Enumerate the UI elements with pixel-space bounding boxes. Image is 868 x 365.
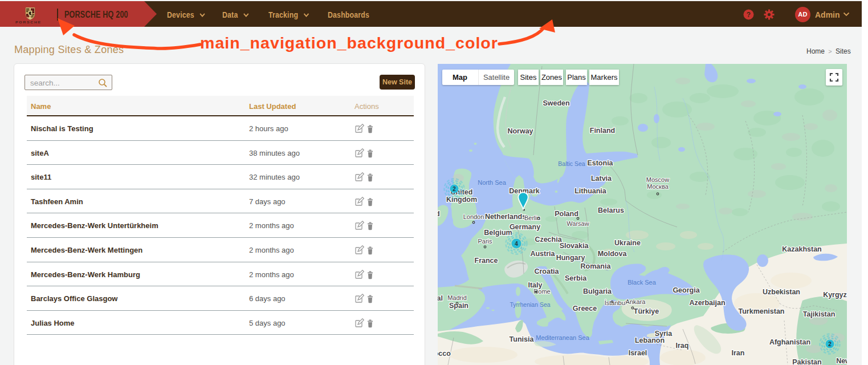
svg-text:Baltic Sea: Baltic Sea [558, 160, 585, 167]
svg-text:Netherlands: Netherlands [485, 213, 526, 221]
svg-text:Kyrgyzsta: Kyrgyzsta [823, 291, 847, 299]
svg-text:orocco: orocco [438, 350, 451, 358]
svg-text:Israel: Israel [629, 349, 647, 357]
svg-text:nd: nd [438, 210, 440, 218]
svg-text:Austria: Austria [530, 250, 555, 258]
svg-text:Rome: Rome [533, 288, 550, 295]
svg-text:Mediterranean Sea: Mediterranean Sea [536, 334, 589, 341]
svg-text:London: London [463, 213, 484, 220]
svg-text:Azerbaijan: Azerbaijan [689, 299, 725, 307]
svg-text:Hungary: Hungary [556, 254, 585, 262]
svg-text:2: 2 [828, 341, 832, 347]
svg-text:Iraq: Iraq [676, 342, 689, 350]
svg-text:North Sea: North Sea [478, 179, 506, 186]
svg-text:Poland: Poland [555, 210, 578, 218]
svg-text:Czechia: Czechia [535, 236, 562, 244]
svg-text:Spain: Spain [449, 302, 468, 310]
svg-text:gal: gal [438, 294, 443, 302]
svg-text:Pakistan: Pakistan [792, 358, 821, 365]
svg-text:Turkmenistan: Turkmenistan [738, 307, 784, 315]
svg-text:Türkiye: Türkiye [634, 307, 659, 315]
svg-text:Tyrrhenian Sea: Tyrrhenian Sea [510, 301, 550, 308]
svg-text:Croatia: Croatia [534, 267, 559, 275]
svg-text:Latvia: Latvia [591, 175, 612, 182]
svg-text:?: ? [747, 11, 751, 19]
svg-text:New: New [836, 357, 847, 365]
svg-text:Москва: Москва [647, 183, 669, 190]
svg-text:Belgium: Belgium [484, 229, 512, 237]
svg-text:Estonia: Estonia [587, 159, 613, 167]
svg-text:Sweden: Sweden [543, 99, 569, 107]
svg-text:Tunisia: Tunisia [510, 335, 535, 343]
svg-text:Black Sea: Black Sea [627, 279, 656, 286]
svg-text:Moldova: Moldova [598, 250, 627, 258]
svg-text:İstanbul: İstanbul [605, 299, 627, 306]
svg-text:Lebanon: Lebanon [635, 336, 665, 344]
svg-text:Paris: Paris [478, 238, 492, 245]
svg-text:4: 4 [515, 241, 518, 247]
svg-text:Lithuania: Lithuania [574, 187, 607, 195]
svg-text:Bulgaria: Bulgaria [583, 287, 612, 295]
svg-text:Romania: Romania [581, 262, 612, 270]
svg-text:Uzbekistan: Uzbekistan [763, 288, 800, 296]
svg-text:Kingdom: Kingdom [446, 196, 477, 204]
svg-text:Tajikistan: Tajikistan [803, 310, 836, 318]
svg-text:Iran: Iran [732, 349, 745, 357]
svg-text:Moscow: Moscow [646, 176, 669, 183]
svg-text:Madrid: Madrid [447, 294, 467, 301]
svg-text:Greece: Greece [573, 305, 597, 313]
svg-text:France: France [475, 257, 498, 265]
svg-text:Georgia: Georgia [673, 286, 700, 294]
svg-text:2: 2 [453, 186, 456, 192]
svg-text:Belarus: Belarus [598, 206, 624, 214]
svg-text:Norway: Norway [507, 127, 533, 135]
svg-text:Afghanistan: Afghanistan [769, 338, 810, 346]
svg-text:Germany: Germany [510, 223, 540, 231]
svg-text:Kazakhstan: Kazakhstan [782, 245, 821, 253]
svg-text:Finland: Finland [590, 127, 615, 135]
svg-text:Ankara: Ankara [626, 298, 646, 305]
svg-text:Slovakia: Slovakia [560, 242, 589, 250]
svg-text:Warsaw: Warsaw [567, 220, 589, 227]
svg-text:Ukraine: Ukraine [614, 239, 641, 247]
svg-text:Serbia: Serbia [565, 274, 587, 282]
